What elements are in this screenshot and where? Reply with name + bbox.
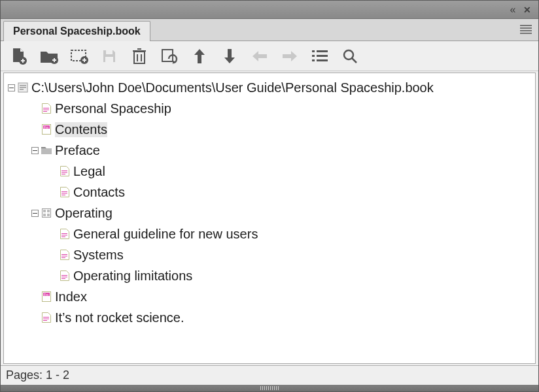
doc-icon [59,249,71,261]
svg-rect-51 [61,233,67,234]
doc-icon [59,270,71,282]
collapse-toggle-icon[interactable] [30,208,39,218]
search-button[interactable] [341,47,359,65]
svg-rect-21 [317,59,328,61]
svg-rect-48 [47,210,50,212]
svg-rect-56 [61,257,65,258]
svg-rect-54 [61,254,67,255]
tree-item-label: Contents [55,122,107,137]
tree-root-label: C:\Users\John Doe\Documents\User Guide\P… [31,80,434,95]
save-button[interactable] [100,47,118,65]
svg-rect-31 [43,110,49,110]
tree-item-label: Preface [55,143,100,158]
refresh-button[interactable] [160,47,179,65]
svg-rect-28 [20,87,26,88]
tree-item[interactable]: Operating limitations [7,265,532,286]
svg-rect-43 [61,195,65,195]
tree-item[interactable]: Systems [7,244,532,265]
book-icon [17,82,29,93]
tree-item-label: Personal Spaceship [55,101,171,116]
doc-icon [59,228,71,240]
doc-icon [41,103,52,114]
fm-icon: Fm [41,123,52,135]
svg-rect-17 [317,50,328,52]
doc-icon [59,186,71,198]
svg-rect-64 [43,319,49,319]
svg-rect-39 [61,172,67,173]
svg-rect-16 [312,50,315,52]
fm-icon: Fm [41,291,52,302]
svg-rect-40 [61,174,65,174]
trash-icon [132,48,147,65]
svg-line-23 [352,58,356,63]
collapse-button[interactable]: « [506,4,520,16]
save-icon [101,48,117,64]
svg-rect-29 [20,89,24,90]
back-button[interactable] [251,47,269,65]
forward-button[interactable] [281,47,299,65]
svg-rect-47 [43,210,46,212]
add-file-button[interactable] [40,47,58,65]
svg-rect-55 [61,256,67,257]
titlebar: « ✕ [1,1,538,19]
tab-label: Personal Spaceship.book [13,25,141,37]
tree-item-label: It’s not rocket science. [55,310,184,325]
tab-book[interactable]: Personal Spaceship.book [3,21,150,41]
tree-item[interactable]: Personal Spaceship [7,98,532,119]
svg-rect-63 [43,317,49,318]
svg-rect-52 [61,235,67,236]
tree-item[interactable]: Contacts [7,182,532,203]
status-text: Pages: 1 - 2 [6,368,69,382]
grip-icon [247,386,292,390]
svg-text:Fm: Fm [44,125,48,129]
tree-item[interactable]: General guideline for new users [7,223,532,244]
collapse-toggle-icon[interactable] [7,83,16,92]
svg-rect-32 [43,111,47,112]
svg-rect-20 [312,59,315,61]
tree-item[interactable]: FmIndex [7,286,532,307]
chevron-double-left-icon: « [510,4,516,16]
close-button[interactable]: ✕ [520,4,534,16]
tree-item-label: General guideline for new users [73,227,258,242]
svg-rect-53 [61,237,65,237]
svg-rect-65 [43,320,47,321]
svg-rect-50 [47,214,50,216]
svg-rect-8 [106,50,113,54]
tree-item-label: Legal [73,164,105,179]
tree-item-label: Operating [55,206,113,221]
add-folder-icon [70,48,88,64]
tree-item[interactable]: It’s not rocket science. [7,307,532,328]
tree-item[interactable]: FmContents [7,119,532,140]
tree-item-label: Contacts [73,185,125,200]
tree-item[interactable]: Preface [7,140,532,161]
search-icon [342,48,358,64]
book-panel: « ✕ Personal Spaceship.book [0,0,539,392]
status-bar: Pages: 1 - 2 [1,365,538,385]
collapse-toggle-icon[interactable] [30,146,39,155]
arrow-left-icon [251,50,268,63]
svg-rect-38 [61,171,67,171]
svg-rect-49 [43,214,46,216]
list-view-button[interactable] [311,47,329,65]
panel-menu-button[interactable] [520,24,532,37]
svg-rect-42 [61,193,67,194]
tree-view[interactable]: C:\Users\John Doe\Documents\User Guide\P… [3,73,536,364]
add-folder-button[interactable] [70,47,88,65]
new-file-button[interactable] [10,47,28,65]
doc-icon [41,312,52,323]
move-down-button[interactable] [220,47,239,65]
svg-text:Fm: Fm [44,293,48,297]
svg-rect-10 [134,52,145,63]
tab-bar: Personal Spaceship.book [1,19,538,41]
move-up-button[interactable] [190,47,209,65]
delete-button[interactable] [130,47,148,65]
tree-root[interactable]: C:\Users\John Doe\Documents\User Guide\P… [7,77,532,98]
tree-item-label: Index [55,289,87,304]
new-file-icon [11,48,27,65]
resize-grip[interactable] [1,385,538,391]
arrow-down-icon [223,48,236,65]
tree-item[interactable]: Legal [7,161,532,182]
svg-rect-41 [61,191,67,192]
svg-rect-9 [105,57,113,62]
tree-item[interactable]: Operating [7,203,532,223]
